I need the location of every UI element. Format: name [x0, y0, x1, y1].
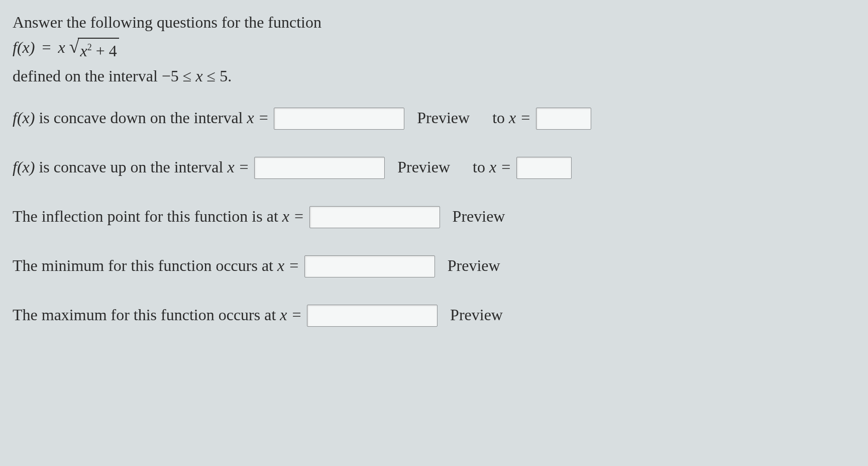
- cu-to-word: to: [473, 158, 489, 176]
- preview-button-cu[interactable]: Preview: [390, 158, 458, 176]
- row-maximum: The maximum for this function occurs at …: [13, 303, 855, 327]
- concave-down-text: f(x) is concave down on the interval x =: [13, 106, 269, 130]
- maximum-input[interactable]: [307, 305, 438, 327]
- preview-button-max[interactable]: Preview: [443, 306, 510, 324]
- concave-up-to-input[interactable]: [516, 157, 572, 179]
- preview-button-inf[interactable]: Preview: [445, 207, 513, 226]
- inf-xeq: x =: [282, 207, 304, 225]
- inflection-text: The inflection point for this function i…: [13, 204, 304, 228]
- sqrt-var: x: [80, 42, 87, 60]
- max-xeq: x =: [280, 306, 302, 324]
- question-intro: Answer the following questions for the f…: [13, 10, 855, 88]
- minimum-text: The minimum for this function occurs at …: [13, 253, 299, 277]
- interval-low: −5: [162, 67, 179, 85]
- min-xeq: x =: [277, 256, 299, 274]
- cu-to-xeq: x =: [489, 158, 511, 176]
- cu-xeq: x =: [227, 158, 249, 176]
- defined-prefix: defined on the interval: [13, 67, 162, 85]
- equals-sign: =: [42, 38, 51, 56]
- cd-to-word: to: [492, 109, 509, 127]
- maximum-text: The maximum for this function occurs at …: [13, 303, 302, 327]
- concave-up-from-input[interactable]: [254, 157, 385, 179]
- sqrt-exp: 2: [87, 42, 92, 52]
- intro-line-1: Answer the following questions for the f…: [13, 10, 855, 34]
- function-formula: f(x) = x √ x2 + 4: [13, 35, 855, 63]
- interval-high: 5: [220, 67, 228, 85]
- intro-line-3: defined on the interval −5 ≤ x ≤ 5.: [13, 64, 855, 88]
- preview-button-min[interactable]: Preview: [440, 256, 508, 275]
- concave-up-text: f(x) is concave up on the interval x =: [13, 155, 249, 179]
- x-coefficient: x: [58, 38, 65, 56]
- interval-period: .: [228, 67, 232, 85]
- cd-xeq: x =: [247, 109, 269, 127]
- interval-var: x: [195, 67, 202, 85]
- inf-text: The inflection point for this function i…: [13, 207, 282, 225]
- cd-text: is concave down on the interval: [35, 109, 247, 127]
- sqrt-expression: √ x2 + 4: [69, 38, 119, 63]
- concave-down-to-input[interactable]: [536, 108, 591, 130]
- concave-down-from-input[interactable]: [274, 108, 404, 130]
- min-text: The minimum for this function occurs at: [13, 256, 277, 274]
- cd-to-xeq: x =: [509, 109, 531, 127]
- plus-const: + 4: [96, 42, 117, 60]
- fx-cd: f(x): [13, 109, 35, 127]
- preview-button-cd[interactable]: Preview: [409, 109, 477, 127]
- row-concave-down: f(x) is concave down on the interval x =…: [13, 106, 855, 130]
- inflection-input[interactable]: [309, 206, 440, 228]
- fx-cu: f(x): [13, 158, 35, 176]
- cu-to: to x =: [473, 155, 511, 179]
- sqrt-content: x2 + 4: [78, 38, 119, 63]
- row-concave-up: f(x) is concave up on the interval x = P…: [13, 155, 855, 179]
- max-text: The maximum for this function occurs at: [13, 306, 280, 324]
- row-minimum: The minimum for this function occurs at …: [13, 253, 855, 277]
- cu-text: is concave up on the interval: [35, 158, 227, 176]
- leq-1: ≤: [183, 67, 192, 85]
- cd-to: to x =: [492, 106, 531, 130]
- row-inflection: The inflection point for this function i…: [13, 204, 855, 228]
- leq-2: ≤: [207, 67, 216, 85]
- minimum-input[interactable]: [304, 255, 435, 277]
- fx-label: f(x): [13, 38, 35, 56]
